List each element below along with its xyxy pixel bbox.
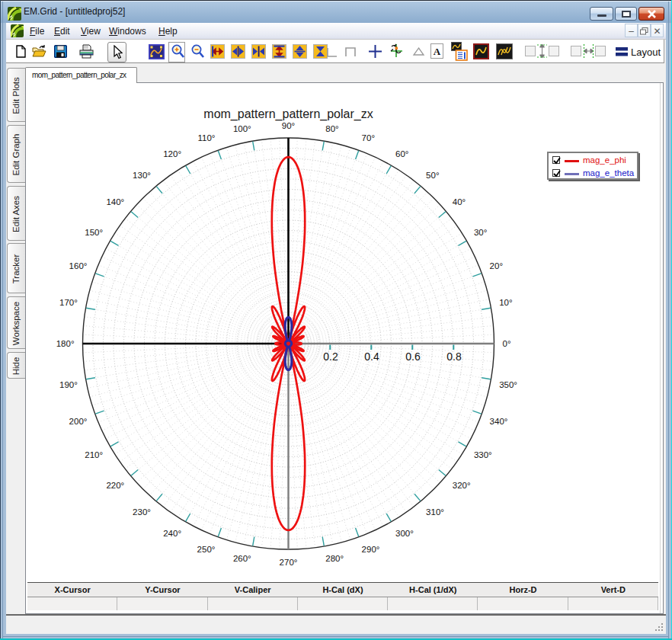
svg-text:180°: 180° (56, 339, 75, 348)
svg-text:120°: 120° (163, 149, 181, 158)
svg-text:80°: 80° (325, 124, 338, 133)
svg-text:310°: 310° (426, 507, 444, 517)
svg-text:300°: 300° (395, 529, 414, 538)
svg-text:160°: 160° (69, 261, 88, 270)
svg-text:0°: 0° (503, 339, 511, 348)
svg-text:220°: 220° (106, 481, 124, 490)
svg-text:150°: 150° (85, 228, 103, 237)
svg-text:210°: 210° (85, 450, 103, 459)
svg-text:260°: 260° (233, 554, 251, 563)
svg-text:240°: 240° (163, 529, 181, 538)
svg-text:340°: 340° (490, 417, 508, 426)
svg-text:0.8: 0.8 (446, 350, 462, 363)
svg-text:270°: 270° (280, 558, 298, 567)
svg-text:mom_pattern_pattern_polar_zx: mom_pattern_pattern_polar_zx (203, 107, 373, 121)
svg-text:0.4: 0.4 (364, 350, 379, 363)
svg-text:200°: 200° (69, 417, 88, 426)
svg-text:0.6: 0.6 (405, 350, 421, 363)
svg-text:350°: 350° (499, 380, 517, 389)
svg-text:20°: 20° (490, 261, 503, 270)
svg-text:70°: 70° (362, 133, 375, 142)
svg-text:280°: 280° (325, 554, 344, 563)
svg-text:110°: 110° (197, 133, 215, 142)
svg-text:130°: 130° (133, 171, 151, 180)
svg-text:170°: 170° (59, 298, 78, 307)
svg-text:190°: 190° (59, 380, 78, 389)
svg-text:90°: 90° (282, 121, 295, 130)
svg-text:320°: 320° (453, 481, 471, 490)
svg-text:30°: 30° (474, 228, 487, 237)
svg-text:40°: 40° (453, 197, 466, 206)
svg-text:10°: 10° (499, 298, 512, 307)
svg-text:50°: 50° (426, 171, 439, 180)
svg-text:140°: 140° (106, 197, 124, 206)
svg-text:60°: 60° (395, 149, 408, 158)
svg-text:230°: 230° (133, 507, 151, 517)
svg-text:330°: 330° (474, 450, 492, 459)
svg-text:0.2: 0.2 (323, 350, 338, 363)
svg-text:100°: 100° (233, 124, 251, 133)
svg-text:250°: 250° (197, 545, 216, 554)
svg-text:290°: 290° (362, 545, 380, 554)
